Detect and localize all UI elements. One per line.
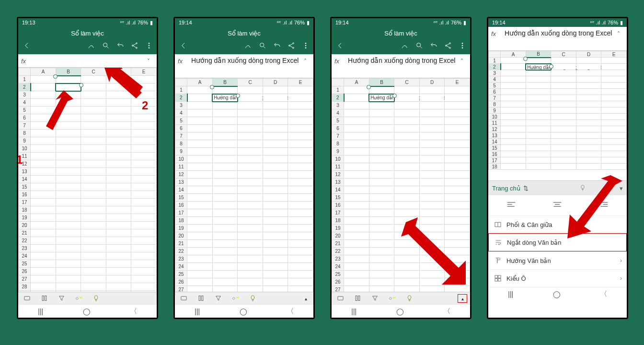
- menu-text-direction[interactable]: Hướng Văn bản ›: [488, 251, 627, 269]
- collapse-menu-icon[interactable]: ▾: [620, 185, 623, 192]
- menu-merge-center[interactable]: Phối & Căn giữa: [488, 215, 627, 233]
- spreadsheet-grid[interactable]: ABCDE 1 2Hướng dẫn xuống dòng trong Exce…: [488, 51, 627, 180]
- col-E[interactable]: E: [131, 68, 157, 76]
- ideas-icon[interactable]: [579, 184, 586, 192]
- more-icon[interactable]: [459, 42, 466, 49]
- align-left-icon[interactable]: [506, 201, 516, 210]
- col-A[interactable]: A: [31, 68, 56, 76]
- column-icon[interactable]: [197, 295, 205, 302]
- selected-cell-B2[interactable]: Hướng dẫn xuống dòng trong Excel: [369, 94, 394, 102]
- ideas-icon[interactable]: [92, 295, 100, 302]
- card-view-icon[interactable]: [180, 295, 187, 302]
- undo-icon[interactable]: [430, 42, 437, 49]
- more-icon[interactable]: [302, 42, 310, 49]
- card-view-icon[interactable]: [23, 295, 31, 302]
- menu-tab-label[interactable]: Trang chủ: [492, 185, 520, 192]
- search-icon[interactable]: [259, 42, 266, 49]
- status-right: ⁿᵉ .ıl .ıl 76% ▮: [120, 20, 153, 26]
- col-C[interactable]: C: [81, 68, 106, 76]
- formula-bar[interactable]: fx ˅: [18, 54, 157, 68]
- nav-back-icon[interactable]: 〈: [600, 290, 607, 298]
- row-1[interactable]: 1: [19, 76, 31, 83]
- nav-home-icon[interactable]: ◯: [396, 308, 404, 315]
- spreadsheet-grid[interactable]: ABCDE 1 2Hướng dẫn xuống dòng trong Exce…: [332, 78, 470, 292]
- share-icon[interactable]: [131, 42, 138, 49]
- align-right-icon[interactable]: [599, 201, 609, 210]
- menu-cell-style[interactable]: Kiểu Ô ›: [488, 269, 627, 287]
- ideas-icon[interactable]: [249, 295, 256, 302]
- selection-handle-tl[interactable]: [53, 74, 58, 79]
- nav-home-icon[interactable]: ◯: [553, 290, 561, 298]
- selected-cell-B2[interactable]: Hướng dẫn xuống dòng trong Excel: [212, 94, 238, 102]
- formula-bar[interactable]: fx Hướng dẫn xuống dòng trong Excel ˄: [175, 54, 313, 78]
- selected-cell-B2[interactable]: [56, 83, 81, 91]
- back-icon[interactable]: [22, 42, 32, 49]
- nav-recent-icon[interactable]: |||: [351, 308, 356, 315]
- collapse-icon[interactable]: ˄: [304, 56, 310, 65]
- search-icon[interactable]: [102, 42, 110, 49]
- back-icon[interactable]: [335, 42, 345, 49]
- back-icon[interactable]: [179, 42, 188, 49]
- undo-icon[interactable]: [116, 42, 124, 49]
- selection-handle-tl[interactable]: [367, 85, 371, 89]
- filter-icon[interactable]: [214, 295, 222, 302]
- draw-icon[interactable]: [401, 42, 409, 49]
- fill-color-icon[interactable]: [388, 295, 396, 302]
- search-icon[interactable]: [415, 42, 423, 49]
- spreadsheet-grid[interactable]: ABCDE 1 2 3 4 5 6 7 8 9 10 11 12 13 14 1…: [18, 68, 157, 292]
- selection-handle-br[interactable]: [392, 94, 397, 98]
- nav-home-icon[interactable]: ◯: [83, 308, 91, 315]
- nav-back-icon[interactable]: 〈: [287, 307, 294, 316]
- nav-back-icon[interactable]: 〈: [130, 307, 137, 316]
- align-center-icon[interactable]: [552, 201, 562, 210]
- collapse-icon[interactable]: ˄: [617, 29, 624, 37]
- nav-recent-icon[interactable]: |||: [195, 308, 200, 315]
- col-D[interactable]: D: [106, 68, 131, 76]
- collapse-icon[interactable]: ˄: [460, 56, 467, 65]
- col-B[interactable]: B: [56, 68, 81, 76]
- filter-icon[interactable]: [371, 295, 379, 302]
- phone-screenshot-1: 19:13 ⁿᵉ .ıl .ıl 76% ▮ Sổ làm việc fx ˅ …: [17, 17, 158, 319]
- ideas-icon[interactable]: [405, 295, 413, 302]
- share-icon[interactable]: [444, 42, 452, 49]
- nav-home-icon[interactable]: ◯: [240, 308, 247, 315]
- workbook-title: Sổ làm việc: [179, 29, 310, 40]
- selection-handle-tl[interactable]: [210, 85, 214, 89]
- tab-switch-icon[interactable]: ⇅: [523, 185, 529, 192]
- nav-back-icon[interactable]: 〈: [444, 307, 450, 316]
- draw-icon[interactable]: [88, 42, 95, 49]
- formula-bar[interactable]: fx Hướng dẫn xuống dòng trong Excel ˄: [488, 27, 627, 51]
- selected-cell-B2[interactable]: Hướng dẫn xuống dòng trong Excel: [526, 64, 551, 70]
- formula-bar[interactable]: fx Hướng dẫn xuống dòng trong Excel ˄: [332, 54, 470, 78]
- svg-point-0: [104, 43, 107, 47]
- alignment-row: [488, 195, 627, 215]
- selection-handle-br[interactable]: [236, 94, 240, 98]
- share-icon[interactable]: [288, 42, 295, 49]
- expand-icon[interactable]: ˅: [147, 56, 154, 65]
- expand-menu-icon[interactable]: ▴: [458, 294, 467, 303]
- selection-handle-br[interactable]: [549, 64, 553, 69]
- selection-handle-br[interactable]: [79, 83, 83, 87]
- column-icon[interactable]: [354, 295, 361, 302]
- nav-recent-icon[interactable]: |||: [508, 290, 513, 298]
- column-icon[interactable]: [40, 295, 48, 302]
- more-icon[interactable]: [145, 42, 153, 49]
- spreadsheet-grid[interactable]: ABCDE 1 2Hướng dẫn xuống dòng trong Exce…: [175, 78, 313, 292]
- fill-color-icon[interactable]: [231, 295, 239, 302]
- menu-wrap-text[interactable]: Ngắt dòng Văn bản: [488, 233, 627, 251]
- selection-handle-tl[interactable]: [523, 57, 528, 61]
- formula-text[interactable]: Hướng dẫn xuống dòng trong Excel: [348, 56, 456, 66]
- formula-text[interactable]: Hướng dẫn xuống dòng trong Excel: [505, 29, 612, 38]
- svg-rect-32: [356, 296, 357, 301]
- formula-text[interactable]: Hướng dẫn xuống dòng trong Excel: [191, 56, 299, 66]
- redo-icon[interactable]: [606, 184, 613, 192]
- expand-menu-icon[interactable]: ▴: [301, 294, 310, 303]
- row-2[interactable]: 2: [19, 83, 31, 91]
- card-view-icon[interactable]: [336, 295, 344, 302]
- undo-icon[interactable]: [273, 42, 281, 49]
- draw-icon[interactable]: [244, 42, 252, 49]
- svg-point-26: [449, 47, 451, 48]
- nav-recent-icon[interactable]: |||: [38, 308, 43, 315]
- fill-color-icon[interactable]: [75, 295, 82, 302]
- filter-icon[interactable]: [58, 295, 65, 302]
